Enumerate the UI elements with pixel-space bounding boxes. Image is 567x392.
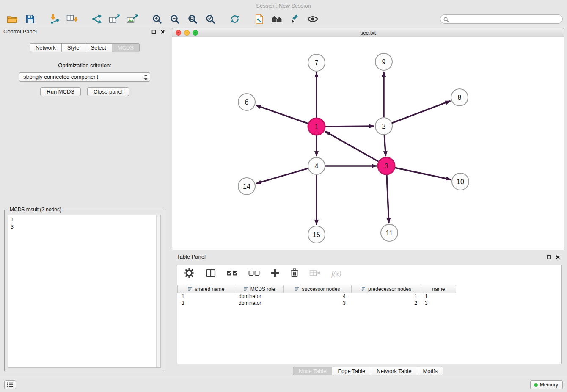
graph-node-8[interactable]: 8 (451, 89, 468, 106)
result-scrollbar[interactable] (156, 215, 160, 367)
close-panel-icon[interactable] (160, 28, 165, 36)
deselect-all-icon[interactable] (248, 270, 260, 278)
graph-node-3[interactable]: 3 (378, 157, 395, 174)
tab-style[interactable]: Style (61, 43, 85, 52)
tab-select[interactable]: Select (85, 43, 112, 52)
svg-text:1: 1 (315, 123, 319, 130)
graph-node-9[interactable]: 9 (375, 53, 392, 70)
graph-edge-3-1[interactable] (325, 131, 379, 161)
svg-text:10: 10 (457, 178, 464, 185)
table-panel-tabs: Node Table Edge Table Network Table Moti… (172, 367, 564, 375)
memory-label: Memory (540, 382, 558, 388)
overview-icon[interactable] (268, 13, 286, 25)
float-panel-icon[interactable] (151, 28, 156, 36)
svg-text:15: 15 (313, 231, 320, 238)
cell-successor-nodes[interactable]: 3 (284, 300, 352, 306)
cell-shared-name[interactable]: 1 (177, 293, 235, 300)
tab-network-table[interactable]: Network Table (371, 367, 417, 375)
graph-node-10[interactable]: 10 (452, 173, 469, 190)
memory-button[interactable]: Memory (530, 380, 563, 389)
graph-edge-1-2[interactable] (325, 126, 374, 127)
select-all-icon[interactable] (226, 270, 238, 278)
graph-edge-3-11[interactable] (387, 175, 389, 223)
graph-edge-2-3[interactable] (384, 135, 385, 156)
zoom-out-icon[interactable] (166, 13, 184, 25)
apply-style-icon[interactable] (286, 13, 304, 25)
tab-mcds[interactable]: MCDS (112, 43, 140, 52)
search-icon (443, 17, 449, 24)
minimize-window-icon[interactable] (184, 30, 190, 36)
zoom-in-icon[interactable] (148, 13, 166, 25)
graph-node-2[interactable]: 2 (375, 118, 392, 135)
zoom-window-icon[interactable] (193, 30, 198, 36)
mcds-result-list[interactable]: 1 3 (8, 215, 161, 368)
cell-shared-name[interactable]: 3 (177, 300, 235, 306)
cell-name[interactable]: 3 (421, 300, 456, 306)
control-panel: Control Panel Network Style Select MCDS … (0, 26, 169, 377)
search-input[interactable] (440, 14, 563, 24)
zoom-fit-icon[interactable] (184, 13, 201, 25)
svg-text:6: 6 (245, 99, 249, 106)
save-icon[interactable] (21, 13, 39, 25)
cell-mcds-role[interactable]: dominator (235, 300, 284, 306)
status-bar: Memory (0, 377, 567, 392)
float-table-panel-icon[interactable] (547, 254, 551, 261)
column-header-mcds-role[interactable]: MCDS role (235, 285, 284, 293)
import-network-icon[interactable] (46, 13, 63, 25)
run-mcds-button[interactable]: Run MCDS (40, 87, 81, 96)
tab-network[interactable]: Network (30, 43, 62, 52)
show-columns-icon[interactable] (206, 269, 216, 279)
column-header-name[interactable]: name (421, 285, 456, 293)
svg-text:11: 11 (386, 229, 393, 237)
mcds-result-line: 1 (8, 215, 160, 224)
tab-edge-table[interactable]: Edge Table (332, 367, 371, 375)
mcds-result-title: MCDS result (2 nodes) (8, 207, 63, 213)
eye-icon[interactable] (304, 13, 322, 25)
svg-text:2: 2 (382, 123, 386, 130)
export-image-icon[interactable] (124, 13, 141, 25)
column-header-shared-name[interactable]: shared name (177, 285, 235, 293)
table-row[interactable]: 3 dominator 3 2 3 (177, 300, 561, 306)
graph-edge-2-8[interactable] (392, 101, 451, 123)
criterion-dropdown[interactable]: strongly connected component (19, 72, 150, 82)
network-file-icon[interactable] (250, 13, 268, 25)
close-table-panel-icon[interactable] (556, 254, 560, 261)
graph-edge-3-10[interactable] (395, 168, 451, 179)
task-history-icon[interactable] (4, 380, 16, 389)
gear-icon[interactable] (183, 267, 195, 281)
column-header-successor-nodes[interactable]: successor nodes (284, 285, 352, 293)
graph-edge-1-6[interactable] (256, 105, 308, 124)
open-folder-icon[interactable] (3, 13, 21, 25)
export-network-icon[interactable] (88, 13, 106, 25)
graph-node-11[interactable]: 11 (381, 224, 398, 241)
zoom-selected-icon[interactable] (201, 13, 219, 25)
graph-node-1[interactable]: 1 (308, 118, 325, 135)
cell-successor-nodes[interactable]: 4 (284, 293, 352, 300)
column-header-predecessor-nodes[interactable]: predecessor nodes (352, 285, 421, 293)
delete-icon[interactable] (290, 268, 299, 280)
export-table-icon[interactable] (106, 13, 124, 25)
tab-motifs[interactable]: Motifs (417, 367, 443, 375)
table-row[interactable]: 1 dominator 4 1 1 (177, 293, 561, 300)
network-graph[interactable]: 7968124314101511 (172, 38, 564, 250)
graph-node-4[interactable]: 4 (308, 157, 325, 174)
cell-predecessor-nodes[interactable]: 2 (352, 300, 421, 306)
graph-edge-4-14[interactable] (256, 168, 308, 184)
control-panel-tabs: Network Style Select MCDS (0, 43, 169, 52)
svg-text:7: 7 (315, 59, 319, 66)
add-column-icon[interactable] (270, 268, 280, 279)
graph-node-6[interactable]: 6 (238, 94, 255, 110)
close-window-icon[interactable] (176, 30, 181, 36)
cell-mcds-role[interactable]: dominator (235, 293, 284, 300)
import-table-icon[interactable] (63, 13, 81, 25)
graph-node-15[interactable]: 15 (308, 226, 325, 243)
network-canvas[interactable]: 7968124314101511 (172, 38, 564, 250)
cell-predecessor-nodes[interactable]: 1 (352, 293, 421, 300)
close-panel-button[interactable]: Close panel (87, 87, 129, 96)
refresh-icon[interactable] (226, 13, 244, 25)
graph-node-7[interactable]: 7 (308, 54, 325, 71)
cell-name[interactable]: 1 (421, 293, 456, 300)
graph-node-14[interactable]: 14 (238, 178, 255, 195)
network-window-title: scc.txt (361, 30, 376, 36)
tab-node-table[interactable]: Node Table (293, 367, 333, 375)
